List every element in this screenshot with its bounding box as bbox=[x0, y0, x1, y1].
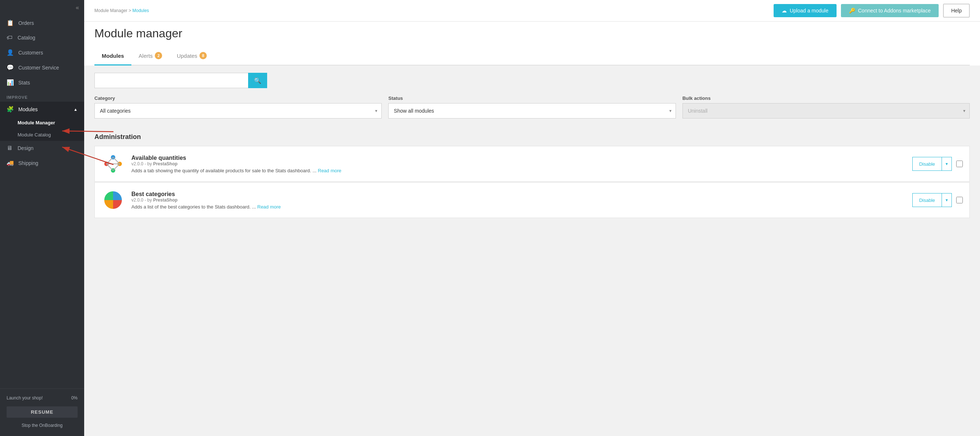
sidebar-item-shipping[interactable]: 🚚 Shipping bbox=[0, 155, 84, 170]
breadcrumb-parent[interactable]: Module Manager bbox=[94, 8, 127, 13]
modules-submenu: Module Manager Module Catalog bbox=[0, 117, 84, 141]
module-card-available-quantities: Available quantities v2.0.0 - by PrestaS… bbox=[94, 146, 970, 182]
status-select[interactable]: Show all modules Enabled modules Disable… bbox=[388, 103, 676, 119]
bulk-actions-group: Bulk actions Uninstall Enable Disable En… bbox=[682, 95, 970, 119]
topbar-actions: ☁ Upload a module 🔑 Connect to Addons ma… bbox=[773, 4, 970, 17]
svg-line-7 bbox=[113, 164, 120, 170]
tab-modules-label: Modules bbox=[102, 53, 124, 59]
sidebar-item-design[interactable]: 🖥 Design bbox=[0, 141, 84, 155]
updates-badge: 8 bbox=[199, 52, 207, 59]
improve-section-label: IMPROVE bbox=[0, 90, 84, 102]
sidebar-item-stats[interactable]: 📊 Stats bbox=[0, 75, 84, 90]
tab-alerts[interactable]: Alerts 2 bbox=[131, 47, 169, 65]
customer-service-icon: 💬 bbox=[6, 64, 14, 71]
customers-label: Customers bbox=[18, 50, 43, 55]
catalog-label: Catalog bbox=[18, 35, 35, 41]
orders-icon: 📋 bbox=[6, 19, 14, 26]
best-categories-svg bbox=[103, 190, 123, 210]
module-desc-best-categories: Adds a list of the best categories to th… bbox=[131, 204, 906, 209]
filter-row: Category All categories Administration A… bbox=[94, 95, 970, 119]
checkbox-best-categories[interactable] bbox=[956, 197, 963, 203]
sidebar: « 📋 Orders 🏷 Catalog 👤 Customers 💬 Custo… bbox=[0, 0, 84, 436]
shipping-label: Shipping bbox=[18, 160, 38, 166]
breadcrumb-current: Modules bbox=[132, 8, 149, 13]
resume-button[interactable]: RESUME bbox=[6, 406, 78, 418]
sidebar-bottom: Launch your shop! 0% RESUME Stop the OnB… bbox=[0, 388, 84, 436]
filters-section: 🔍 Category All categories Administration… bbox=[84, 65, 980, 126]
main-content: Module Manager > Modules ☁ Upload a modu… bbox=[84, 0, 980, 436]
sidebar-collapse-button[interactable]: « bbox=[0, 0, 84, 15]
category-label: Category bbox=[94, 95, 382, 101]
stats-label: Stats bbox=[18, 80, 30, 86]
sidebar-item-module-catalog[interactable]: Module Catalog bbox=[0, 129, 84, 141]
stats-icon: 📊 bbox=[6, 79, 14, 86]
tab-alerts-label: Alerts bbox=[139, 53, 153, 59]
design-icon: 🖥 bbox=[6, 145, 13, 151]
breadcrumb-separator: > bbox=[129, 8, 132, 13]
module-name-best-categories: Best categories bbox=[131, 191, 906, 198]
upload-icon: ☁ bbox=[782, 8, 787, 14]
status-select-wrapper: Show all modules Enabled modules Disable… bbox=[388, 103, 676, 119]
module-info-available-quantities: Available quantities v2.0.0 - by PrestaS… bbox=[131, 155, 906, 173]
disable-button-best-categories[interactable]: Disable bbox=[912, 193, 942, 207]
upload-label: Upload a module bbox=[790, 8, 829, 14]
stop-onboarding-link[interactable]: Stop the OnBoarding bbox=[0, 421, 84, 432]
module-meta-available-quantities: v2.0.0 - by PrestaShop bbox=[131, 161, 906, 166]
search-input[interactable] bbox=[94, 73, 248, 88]
disable-dropdown-available-quantities[interactable]: ▾ bbox=[942, 157, 952, 171]
connect-label: Connect to Addons marketplace bbox=[858, 8, 931, 14]
checkbox-available-quantities[interactable] bbox=[956, 160, 963, 167]
upload-module-button[interactable]: ☁ Upload a module bbox=[773, 4, 837, 17]
connect-addons-button[interactable]: 🔑 Connect to Addons marketplace bbox=[841, 4, 939, 17]
alerts-badge: 2 bbox=[155, 52, 162, 59]
module-icon-available-quantities bbox=[101, 152, 125, 176]
tabs-bar: Modules Alerts 2 Updates 8 bbox=[94, 47, 970, 65]
disable-button-available-quantities[interactable]: Disable bbox=[912, 157, 942, 171]
module-actions-best-categories: Disable ▾ bbox=[912, 193, 963, 207]
catalog-icon: 🏷 bbox=[6, 34, 13, 41]
collapse-icon: « bbox=[76, 5, 79, 11]
tab-modules[interactable]: Modules bbox=[94, 47, 131, 65]
help-button[interactable]: Help bbox=[943, 4, 970, 17]
category-select[interactable]: All categories Administration Analytics … bbox=[94, 103, 382, 119]
module-icon-best-categories bbox=[101, 189, 125, 212]
tab-updates[interactable]: Updates 8 bbox=[169, 47, 214, 65]
sidebar-item-modules[interactable]: 🧩 Modules ▲ bbox=[0, 102, 84, 117]
page-header-area: Module manager Modules Alerts 2 Updates … bbox=[84, 22, 980, 65]
modules-chevron-icon: ▲ bbox=[73, 107, 78, 111]
sidebar-item-catalog[interactable]: 🏷 Catalog bbox=[0, 30, 84, 45]
launch-bar: Launch your shop! 0% bbox=[0, 392, 84, 403]
design-label: Design bbox=[18, 145, 33, 151]
sidebar-item-customers[interactable]: 👤 Customers bbox=[0, 45, 84, 60]
launch-label: Launch your shop! bbox=[6, 395, 43, 401]
status-filter-group: Status Show all modules Enabled modules … bbox=[388, 95, 676, 119]
modules-label: Modules bbox=[18, 106, 38, 112]
svg-line-4 bbox=[107, 157, 113, 164]
read-more-available-quantities[interactable]: Read more bbox=[318, 168, 341, 173]
module-manager-label: Module Manager bbox=[18, 120, 55, 125]
shipping-icon: 🚚 bbox=[6, 160, 14, 166]
status-label: Status bbox=[388, 95, 676, 101]
modules-icon: 🧩 bbox=[6, 106, 14, 113]
launch-percent: 0% bbox=[72, 395, 78, 401]
topbar: Module Manager > Modules ☁ Upload a modu… bbox=[84, 0, 980, 22]
module-name-available-quantities: Available quantities bbox=[131, 155, 906, 161]
module-desc-available-quantities: Adds a tab showing the quantity of avail… bbox=[131, 168, 906, 173]
section-title: Administration bbox=[94, 133, 970, 141]
breadcrumb: Module Manager > Modules bbox=[94, 8, 149, 13]
bulk-select-wrapper: Uninstall Enable Disable Enable Mobile D… bbox=[682, 103, 970, 119]
sidebar-item-module-manager[interactable]: Module Manager bbox=[0, 117, 84, 129]
sidebar-item-customer-service[interactable]: 💬 Customer Service bbox=[0, 60, 84, 75]
sidebar-item-orders[interactable]: 📋 Orders bbox=[0, 15, 84, 30]
module-actions-available-quantities: Disable ▾ bbox=[912, 157, 963, 171]
category-filter-group: Category All categories Administration A… bbox=[94, 95, 382, 119]
customer-service-label: Customer Service bbox=[18, 65, 59, 71]
bulk-actions-select[interactable]: Uninstall Enable Disable Enable Mobile D… bbox=[682, 103, 970, 119]
svg-line-5 bbox=[113, 157, 120, 164]
search-row: 🔍 bbox=[94, 73, 970, 88]
read-more-best-categories[interactable]: Read more bbox=[257, 204, 281, 209]
disable-dropdown-best-categories[interactable]: ▾ bbox=[942, 193, 952, 207]
search-button[interactable]: 🔍 bbox=[248, 73, 267, 88]
svg-line-6 bbox=[107, 164, 113, 170]
key-icon: 🔑 bbox=[849, 8, 855, 14]
